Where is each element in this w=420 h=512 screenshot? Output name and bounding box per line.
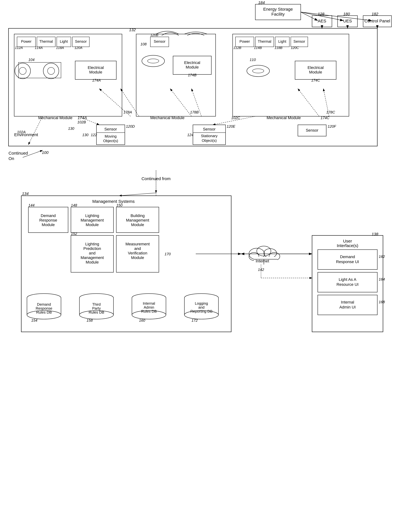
svg-point-76 <box>247 65 270 77</box>
svg-text:112B: 112B <box>233 46 241 50</box>
svg-text:174C: 174C <box>321 116 329 120</box>
svg-text:Light As A: Light As A <box>339 277 356 282</box>
svg-point-198 <box>79 311 113 319</box>
svg-text:178A: 178A <box>123 110 132 114</box>
svg-rect-0 <box>8 28 377 146</box>
svg-text:Logging: Logging <box>195 301 208 305</box>
svg-text:130: 130 <box>68 126 74 131</box>
svg-rect-137 <box>116 207 159 233</box>
svg-text:164: 164 <box>379 277 385 281</box>
svg-point-158 <box>264 249 277 258</box>
svg-rect-173 <box>318 250 377 269</box>
svg-rect-9 <box>363 16 391 27</box>
svg-text:120D: 120D <box>126 124 135 128</box>
svg-text:144: 144 <box>28 203 34 207</box>
svg-text:Control Panel: Control Panel <box>364 19 390 23</box>
svg-text:Resource UI: Resource UI <box>337 282 359 287</box>
svg-text:User: User <box>343 239 352 243</box>
svg-text:Measurement: Measurement <box>125 242 150 246</box>
svg-text:102C: 102C <box>231 116 240 120</box>
svg-text:178B: 178B <box>190 110 199 114</box>
svg-rect-65 <box>255 37 274 47</box>
svg-text:158: 158 <box>87 318 93 323</box>
svg-text:120A: 120A <box>75 46 82 50</box>
svg-text:Module: Module <box>86 223 99 227</box>
svg-line-100 <box>28 116 43 145</box>
svg-text:Continued: Continued <box>8 151 28 156</box>
svg-text:Power: Power <box>240 39 250 44</box>
svg-point-156 <box>249 248 264 260</box>
svg-rect-142 <box>71 235 113 272</box>
svg-text:Sensor: Sensor <box>105 127 117 131</box>
svg-text:134: 134 <box>22 192 29 196</box>
svg-text:124: 124 <box>187 133 193 137</box>
svg-point-216 <box>184 311 218 319</box>
svg-text:Electrical: Electrical <box>184 60 200 65</box>
svg-text:114A: 114A <box>35 46 43 50</box>
svg-text:and: and <box>89 251 96 255</box>
svg-rect-23 <box>14 34 122 116</box>
svg-text:Sensor: Sensor <box>203 127 216 131</box>
svg-rect-161 <box>254 257 277 264</box>
svg-text:Moving: Moving <box>105 134 117 138</box>
svg-text:Internal: Internal <box>143 301 155 305</box>
svg-text:104: 104 <box>28 58 34 62</box>
svg-text:162: 162 <box>379 254 385 259</box>
svg-text:Thermal: Thermal <box>39 39 53 44</box>
svg-text:Module: Module <box>131 255 144 260</box>
svg-line-102 <box>78 116 99 125</box>
svg-rect-63 <box>235 37 254 47</box>
svg-point-194 <box>79 294 113 302</box>
svg-text:Demand: Demand <box>37 302 51 306</box>
svg-text:Object(s): Object(s) <box>103 139 118 143</box>
svg-text:Sensor: Sensor <box>154 39 165 44</box>
svg-text:Sensor: Sensor <box>306 128 318 133</box>
svg-text:Demand: Demand <box>41 214 56 218</box>
svg-rect-181 <box>318 295 377 315</box>
svg-text:108: 108 <box>140 42 147 46</box>
svg-point-189 <box>27 311 61 319</box>
svg-rect-83 <box>97 125 125 145</box>
svg-text:142: 142 <box>258 267 264 272</box>
svg-line-126 <box>119 193 156 196</box>
svg-rect-97 <box>298 125 326 136</box>
svg-text:182: 182 <box>372 12 378 16</box>
svg-text:100: 100 <box>42 150 49 155</box>
svg-text:Electrical: Electrical <box>88 65 104 70</box>
svg-text:Stationary: Stationary <box>201 134 218 138</box>
svg-text:Response UI: Response UI <box>336 260 359 264</box>
svg-text:Response: Response <box>39 218 57 223</box>
svg-text:Management: Management <box>81 218 104 223</box>
svg-text:Prediction: Prediction <box>83 246 101 251</box>
svg-point-203 <box>132 294 166 302</box>
svg-text:Facility: Facility <box>271 12 285 16</box>
svg-point-207 <box>132 311 166 319</box>
svg-text:172: 172 <box>191 318 198 323</box>
svg-rect-50 <box>150 37 169 47</box>
svg-line-104 <box>213 116 255 125</box>
svg-rect-169 <box>312 235 383 332</box>
svg-text:130: 130 <box>82 133 89 137</box>
svg-point-55 <box>148 59 159 63</box>
svg-text:Management: Management <box>81 255 104 260</box>
svg-text:174A: 174A <box>78 116 87 120</box>
svg-text:120C: 120C <box>291 46 299 50</box>
svg-point-40 <box>19 67 26 74</box>
svg-point-42 <box>47 67 55 74</box>
svg-line-116 <box>323 89 329 116</box>
svg-rect-177 <box>318 272 377 292</box>
svg-rect-7 <box>338 16 357 27</box>
svg-rect-67 <box>275 37 289 47</box>
svg-text:Module: Module <box>89 70 102 74</box>
svg-text:114B: 114B <box>254 46 262 50</box>
svg-text:Admin UI: Admin UI <box>339 305 356 309</box>
svg-point-160 <box>249 252 259 260</box>
svg-text:Internal: Internal <box>341 300 354 304</box>
svg-line-115 <box>298 89 319 116</box>
svg-point-77 <box>253 69 264 73</box>
svg-line-111 <box>99 89 130 116</box>
svg-text:Verification: Verification <box>128 251 147 255</box>
svg-rect-44 <box>75 61 116 79</box>
diagram-svg: Energy Storage Facility 184 AES UES Cont… <box>0 0 420 512</box>
svg-text:Module: Module <box>86 260 99 264</box>
